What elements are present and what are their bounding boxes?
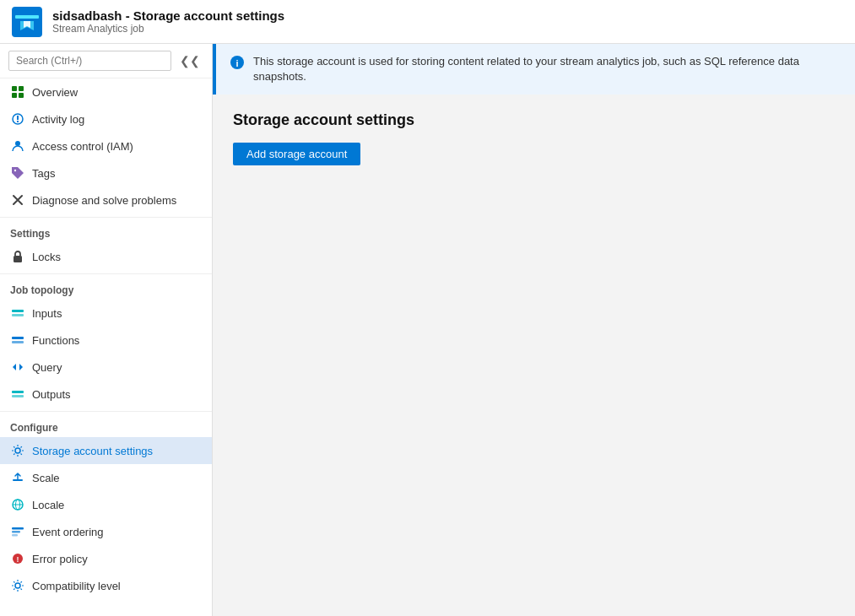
sidebar-item-tags[interactable]: Tags [0, 159, 212, 186]
query-icon [10, 359, 25, 375]
svg-rect-20 [12, 391, 24, 393]
svg-point-22 [15, 448, 20, 453]
svg-point-32 [15, 583, 20, 588]
sidebar-search-container: ❮❮ [0, 44, 212, 78]
sidebar-item-error-policy[interactable]: ! Error policy [0, 545, 212, 572]
sidebar-item-overview[interactable]: Overview [0, 78, 212, 105]
sidebar-item-label-inputs: Inputs [32, 307, 62, 320]
page-header: sidsadbash - Storage account settings St… [0, 0, 855, 44]
add-storage-account-button[interactable]: Add storage account [233, 143, 360, 165]
svg-rect-27 [12, 527, 24, 530]
main-layout: ❮❮ Overview Activity log Access co [0, 44, 855, 616]
locale-icon [10, 497, 25, 512]
sidebar-item-inputs[interactable]: Inputs [0, 300, 212, 327]
content-title: Storage account settings [233, 111, 835, 129]
sidebar-item-label-outputs: Outputs [32, 388, 71, 401]
svg-point-12 [14, 170, 16, 171]
sidebar-item-query[interactable]: Query [0, 354, 212, 381]
sidebar-item-label-functions: Functions [32, 334, 79, 347]
content-body: Storage account settings Add storage acc… [213, 95, 855, 182]
sidebar-item-label-locks: Locks [32, 251, 61, 263]
sidebar-item-functions[interactable]: Functions [0, 327, 212, 354]
event-ordering-icon [10, 524, 25, 539]
storage-account-settings-icon [10, 443, 25, 458]
svg-rect-4 [12, 86, 17, 91]
svg-rect-7 [19, 93, 24, 98]
svg-rect-28 [12, 531, 20, 533]
sidebar-item-storage-account-settings[interactable]: Storage account settings [0, 437, 212, 464]
sidebar-item-scale[interactable]: Scale [0, 464, 212, 491]
svg-rect-16 [12, 337, 24, 339]
svg-rect-15 [12, 314, 24, 316]
header-title: sidsadbash - Storage account settings [52, 8, 284, 23]
sidebar-item-label-overview: Overview [32, 86, 78, 99]
error-policy-icon: ! [10, 551, 25, 566]
sidebar-collapse-button[interactable]: ❮❮ [176, 52, 203, 69]
sidebar-item-label-diagnose: Diagnose and solve problems [32, 194, 176, 207]
svg-rect-9 [17, 116, 19, 120]
tags-icon [10, 165, 25, 181]
sidebar-item-label-storage-account-settings: Storage account settings [32, 445, 153, 457]
access-control-icon [10, 138, 25, 154]
compatibility-level-icon [10, 578, 25, 593]
sidebar-item-activity-log[interactable]: Activity log [0, 105, 212, 132]
sidebar-item-compatibility-level[interactable]: Compatibility level [0, 572, 212, 599]
overview-icon [10, 84, 25, 100]
sidebar-nav: Overview Activity log Access control (IA… [0, 78, 212, 616]
outputs-icon [10, 386, 25, 402]
svg-marker-18 [13, 364, 16, 370]
scale-icon [10, 470, 25, 485]
svg-text:i: i [235, 58, 238, 68]
sidebar-item-label-compatibility-level: Compatibility level [32, 580, 121, 592]
svg-marker-19 [19, 364, 23, 370]
stream-analytics-logo [12, 7, 42, 37]
svg-rect-6 [12, 93, 17, 98]
sidebar-item-label-locale: Locale [32, 499, 64, 511]
activity-log-icon [10, 111, 25, 127]
svg-rect-1 [15, 15, 39, 19]
svg-rect-17 [12, 341, 24, 343]
diagnose-icon [10, 192, 25, 208]
sidebar-item-label-tags: Tags [32, 167, 55, 180]
section-header-configure: Configure [0, 411, 212, 437]
sidebar-item-locale[interactable]: Locale [0, 491, 212, 518]
svg-point-11 [15, 141, 20, 146]
sidebar-item-diagnose[interactable]: Diagnose and solve problems [0, 186, 212, 213]
sidebar-item-outputs[interactable]: Outputs [0, 381, 212, 408]
header-title-block: sidsadbash - Storage account settings St… [52, 8, 284, 35]
content-area: i This storage account is used for stori… [213, 44, 855, 616]
sidebar: ❮❮ Overview Activity log Access co [0, 44, 213, 616]
sidebar-item-label-scale: Scale [32, 472, 60, 484]
info-icon: i [230, 55, 245, 73]
locks-icon [10, 249, 25, 264]
svg-rect-29 [12, 534, 18, 537]
sidebar-item-label-query: Query [32, 361, 62, 374]
inputs-icon [10, 305, 25, 321]
info-banner-text: This storage account is used for storing… [253, 54, 841, 84]
sidebar-item-label-error-policy: Error policy [32, 553, 88, 565]
svg-rect-14 [12, 310, 24, 312]
section-header-settings: Settings [0, 217, 212, 243]
section-header-job-topology: Job topology [0, 273, 212, 300]
sidebar-item-label-access-control: Access control (IAM) [32, 140, 133, 153]
svg-rect-5 [19, 86, 24, 91]
sidebar-item-access-control[interactable]: Access control (IAM) [0, 132, 212, 159]
svg-text:!: ! [17, 555, 19, 564]
sidebar-item-event-ordering[interactable]: Event ordering [0, 518, 212, 545]
svg-rect-13 [14, 256, 22, 262]
info-banner: i This storage account is used for stori… [213, 44, 855, 95]
svg-rect-10 [17, 121, 19, 122]
sidebar-item-label-event-ordering: Event ordering [32, 526, 104, 538]
header-subtitle: Stream Analytics job [52, 23, 284, 35]
sidebar-item-locks[interactable]: Locks [0, 243, 212, 270]
svg-rect-21 [12, 395, 24, 397]
search-input[interactable] [8, 51, 171, 71]
functions-icon [10, 332, 25, 348]
sidebar-item-label-activity-log: Activity log [32, 113, 84, 126]
